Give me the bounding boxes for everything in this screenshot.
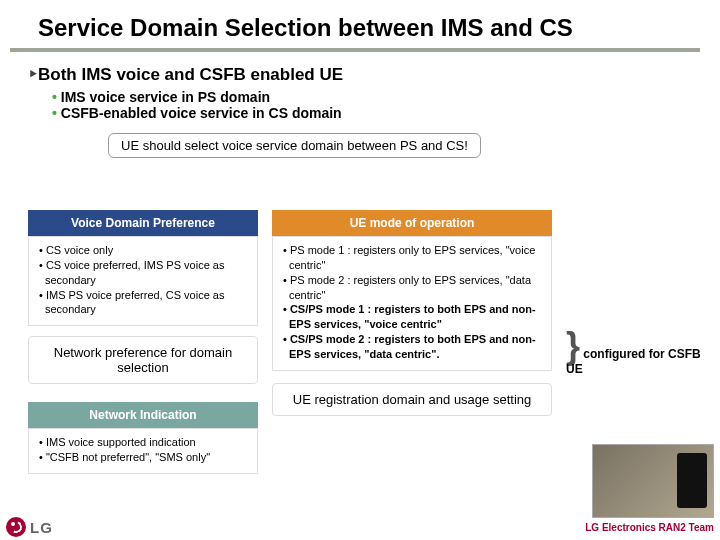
network-preference-box: Network preference for domain selection (28, 336, 258, 384)
net-item-1: • IMS voice supported indication (37, 435, 249, 450)
sub-bullets: IMS voice service in PS domain CSFB-enab… (52, 89, 692, 121)
vdp-body: • CS voice only • CS voice preferred, IM… (28, 236, 258, 326)
ue-mode-item-4: • CS/PS mode 2 : registers to both EPS a… (281, 332, 543, 362)
vdp-heading: Voice Domain Preference (28, 210, 258, 236)
promo-image-placeholder (592, 444, 714, 518)
network-indication-block: Network Indication • IMS voice supported… (28, 402, 258, 474)
ue-mode-body: • PS mode 1 : registers only to EPS serv… (272, 236, 552, 371)
vdp-item-1: • CS voice only (37, 243, 249, 258)
content-columns: Voice Domain Preference • CS voice only … (28, 210, 710, 474)
sub-bullet-1: IMS voice service in PS domain (52, 89, 692, 105)
ue-registration-box: UE registration domain and usage setting (272, 383, 552, 416)
net-heading: Network Indication (28, 402, 258, 428)
ue-mode-item-2: • PS mode 2 : registers only to EPS serv… (281, 273, 543, 303)
callout-box: UE should select voice service domain be… (108, 133, 481, 158)
ue-mode-item-3: • CS/PS mode 1 : registers to both EPS a… (281, 302, 543, 332)
footer: LG LG Electronics RAN2 Team (0, 514, 720, 540)
lg-logo-icon (6, 517, 26, 537)
headline-block: Both IMS voice and CSFB enabled UE IMS v… (0, 52, 720, 168)
ue-mode-heading: UE mode of operation (272, 210, 552, 236)
brace-icon: } (566, 325, 580, 366)
net-body: • IMS voice supported indication • "CSFB… (28, 428, 258, 474)
column-middle: UE mode of operation • PS mode 1 : regis… (272, 210, 552, 474)
vdp-item-2: • CS voice preferred, IMS PS voice as se… (37, 258, 249, 288)
page-title: Service Domain Selection between IMS and… (10, 0, 700, 52)
column-left: Voice Domain Preference • CS voice only … (28, 210, 258, 474)
ue-mode-item-1: • PS mode 1 : registers only to EPS serv… (281, 243, 543, 273)
net-item-2: • "CSFB not preferred", "SMS only" (37, 450, 249, 465)
sub-bullet-2: CSFB-enabled voice service in CS domain (52, 105, 692, 121)
column-right: } configured for CSFB UE (566, 210, 710, 474)
lg-logo: LG (6, 517, 53, 537)
lg-logo-text: LG (30, 519, 53, 536)
side-note: configured for CSFB UE (566, 347, 701, 376)
footer-team: LG Electronics RAN2 Team (585, 522, 714, 533)
headline: Both IMS voice and CSFB enabled UE (28, 64, 692, 85)
vdp-item-3: • IMS PS voice preferred, CS voice as se… (37, 288, 249, 318)
